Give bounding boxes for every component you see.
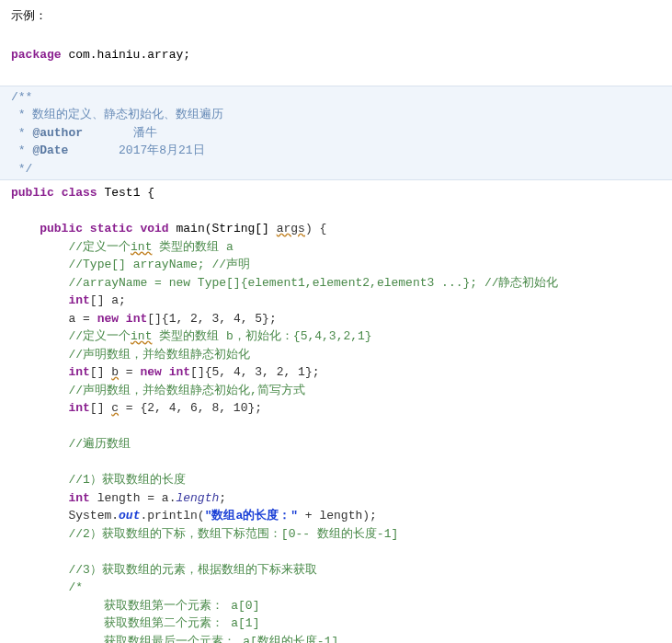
comment-word: int <box>131 240 152 254</box>
block-comment-open: /* <box>0 579 672 597</box>
comment: //1）获取数组的长度 <box>68 473 185 487</box>
c-var: c <box>111 401 119 415</box>
comment: //定义一个 <box>68 329 131 343</box>
comment-line: //3）获取数组的元素，根据数组的下标来获取 <box>0 561 672 580</box>
blank-line <box>0 202 672 221</box>
int-keyword: int <box>169 365 190 379</box>
block-comment-line: 获取数组第二个元素： a[1] <box>0 614 672 633</box>
author-tag: @author <box>32 126 83 140</box>
comment: //定义一个 <box>68 240 131 254</box>
package-line: package com.hainiu.array; <box>0 46 672 64</box>
doc-close: */ <box>11 162 32 176</box>
new-keyword: new <box>140 365 161 379</box>
blank-line <box>0 63 672 82</box>
println: .println( <box>140 509 204 522</box>
println-line: System.out.println("数组a的长度：" + length); <box>0 507 672 525</box>
int-keyword: int <box>68 491 89 505</box>
example-label: 示例： <box>0 0 672 28</box>
package-keyword: package <box>11 48 62 62</box>
comment-line: //arrayName = new Type[]{element1,elemen… <box>0 274 672 293</box>
comment-line: //定义一个int 类型的数组 a <box>0 238 672 257</box>
doc-star: * <box>11 126 32 140</box>
a-assign-left: a = <box>68 312 97 326</box>
code-block: package com.hainiu.array; /** * 数组的定义、静态… <box>0 28 672 643</box>
b-var: b <box>111 365 119 379</box>
package-name: com.hainiu.array; <box>62 48 190 62</box>
date-value: 2017年8月21日 <box>68 144 204 157</box>
c-decl-1: [] <box>90 401 111 415</box>
block-comment: 获取数组最后一个元素： a[数组的长度-1] <box>68 635 338 644</box>
class-name: Test1 { <box>97 186 154 200</box>
block-comment: /* <box>68 580 83 594</box>
block-comment-line: 获取数组第一个元素： a[0] <box>0 597 672 615</box>
doc-open: /** <box>11 90 32 104</box>
doc-star: * <box>11 144 32 157</box>
length-decl: int length = a.length; <box>0 489 672 508</box>
comment: 类型的数组 a <box>152 240 233 254</box>
block-comment-line: 获取数组最后一个元素： a[数组的长度-1] <box>0 633 672 644</box>
date-tag: @Date <box>32 144 68 157</box>
blank-line <box>0 543 672 561</box>
block-comment: 获取数组第二个元素： a[1] <box>68 616 259 630</box>
system: System. <box>68 509 119 522</box>
comment-line: //Type[] arrayName; //声明 <box>0 256 672 274</box>
string-literal: "数组a的长度：" <box>205 509 298 522</box>
int-a-decl: int[] a; <box>0 292 672 310</box>
comment-line: //遍历数组 <box>0 435 672 454</box>
public-keyword: public <box>11 186 54 200</box>
blank-line <box>0 418 672 436</box>
main-close: ) { <box>305 222 326 235</box>
comment-line: //声明数组，并给数组静态初始化,简写方式 <box>0 382 672 400</box>
length-decl-1: length = a. <box>90 491 177 505</box>
println-2: + length); <box>298 509 377 522</box>
comment-line: //1）获取数组的长度 <box>0 471 672 489</box>
length-field: length <box>176 491 219 505</box>
comment-word: int <box>131 329 152 343</box>
comment: //遍历数组 <box>68 437 131 451</box>
c-decl-2: = {2, 4, 6, 8, 10}; <box>119 401 262 415</box>
b-decl-2: = <box>119 365 140 379</box>
comment: //Type[] arrayName; //声明 <box>68 258 250 271</box>
blank-line <box>0 454 672 472</box>
a-assign-right: []{1, 2, 3, 4, 5}; <box>147 312 276 326</box>
doc-desc: 数组的定义、静态初始化、数组遍历 <box>32 108 223 121</box>
main-name: main(String[] <box>169 222 277 235</box>
int-keyword: int <box>68 365 89 379</box>
static-keyword: static <box>90 222 133 235</box>
b-decl-3: []{5, 4, 3, 2, 1}; <box>190 365 319 379</box>
author-value: 潘牛 <box>83 126 157 140</box>
comment: //声明数组，并给数组静态初始化 <box>68 348 250 362</box>
args-param: args <box>277 222 305 235</box>
class-decl: public class Test1 { <box>0 184 672 202</box>
comment-line: //2）获取数组的下标，数组下标范围：[0-- 数组的长度-1] <box>0 525 672 544</box>
new-keyword: new <box>97 312 119 326</box>
c-decl: int[] c = {2, 4, 6, 8, 10}; <box>0 399 672 418</box>
int-keyword: int <box>68 293 89 307</box>
comment: //3）获取数组的元素，根据数组的下标来获取 <box>68 563 316 577</box>
public-keyword: public <box>40 222 83 235</box>
a-decl: [] a; <box>90 293 126 307</box>
b-decl-1: [] <box>90 365 111 379</box>
int-keyword: int <box>126 312 147 326</box>
void-keyword: void <box>140 222 168 235</box>
comment-line: //声明数组，并给数组静态初始化 <box>0 346 672 364</box>
length-decl-2: ; <box>219 491 226 505</box>
comment: //声明数组，并给数组静态初始化,简写方式 <box>68 384 304 397</box>
int-keyword: int <box>68 401 89 415</box>
comment: //2）获取数组的下标，数组下标范围：[0-- 数组的长度-1] <box>68 527 398 541</box>
blank-line <box>0 28 672 46</box>
class-keyword: class <box>62 186 97 200</box>
doc-star: * <box>11 108 32 121</box>
main-decl: public static void main(String[] args) { <box>0 220 672 238</box>
doc-comment-block: /** * 数组的定义、静态初始化、数组遍历 * @author 潘牛 * @D… <box>0 86 672 181</box>
out-field: out <box>119 509 140 522</box>
b-decl: int[] b = new int[]{5, 4, 3, 2, 1}; <box>0 363 672 382</box>
a-assign: a = new int[]{1, 2, 3, 4, 5}; <box>0 310 672 328</box>
block-comment: 获取数组第一个元素： a[0] <box>68 599 259 613</box>
comment-line: //定义一个int 类型的数组 b，初始化：{5,4,3,2,1} <box>0 327 672 346</box>
comment: //arrayName = new Type[]{element1,elemen… <box>68 276 558 290</box>
comment: 类型的数组 b，初始化：{5,4,3,2,1} <box>152 329 371 343</box>
